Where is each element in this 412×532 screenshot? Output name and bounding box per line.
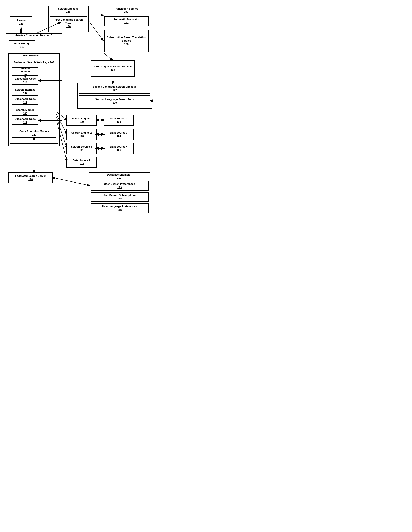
database-engines-label: Database Engine(s) 112 <box>90 173 149 179</box>
fed-search-web-label: Federated Search Web Page 103 <box>11 61 57 64</box>
search-service-3-box: Search Service 3 111 <box>66 143 97 154</box>
search-engine-1-box: Search Engine 1 109 <box>66 115 97 126</box>
code-exec-module-box: Code Execution Module 120 <box>12 129 56 138</box>
network-device-label: Network Connected Device 101 <box>7 34 61 37</box>
user-search-prefs-box: User Search Preferences 113 <box>91 181 148 190</box>
data-source-4-box: Data Source 4 125 <box>104 143 134 154</box>
svg-line-21 <box>53 178 89 185</box>
second-lang-directive-box: Second Language Search Directive 127 <box>79 84 150 94</box>
svg-line-6 <box>88 20 103 40</box>
person-num: 121 <box>19 22 23 26</box>
user-search-subs-box: User Search Subscriptions 114 <box>91 192 148 202</box>
web-browser-label: Web Browser 102 <box>10 54 58 57</box>
exec-code-106-box: Executable Code 119 <box>12 117 38 125</box>
translation-module-box: Translation Module 105 <box>12 67 38 76</box>
automatic-translator-box: Automatic Translator 131 <box>104 16 148 26</box>
user-lang-prefs-box: User Language Preferences 115 <box>91 203 148 213</box>
subscription-translation-box: Subscription Based Translation Service 1… <box>104 30 148 52</box>
search-module-box: Search Module 106 <box>12 108 38 116</box>
exec-code-104-box: Executable Code 119 <box>12 97 38 105</box>
search-interface-box: Search Interface 104 <box>12 88 38 96</box>
translation-service-label: Translation Service 107 <box>104 7 149 13</box>
search-engine-2-box: Search Engine 2 110 <box>66 129 97 140</box>
data-source-1-box: Data Source 1 122 <box>66 157 97 168</box>
diagram: Person 121 Network Connected Device 101 … <box>4 4 153 209</box>
search-directive-label: Search Directive 126 <box>49 7 87 13</box>
data-storage-box: Data Storage 118 <box>9 40 35 50</box>
exec-code-105-box: Executable Code 119 <box>12 76 38 85</box>
data-source-2-box: Data Source 2 123 <box>104 115 134 126</box>
data-source-3-box: Data Source 3 124 <box>104 129 134 140</box>
fed-search-server-box: Federated Search Server 118 <box>9 172 53 183</box>
third-lang-directive-box: Third Language Search Directive 128 <box>91 60 135 76</box>
second-lang-term-box: Second Language Search Term 129 <box>79 95 150 107</box>
svg-line-7 <box>104 53 113 60</box>
person-label: Person <box>17 19 26 22</box>
person-box: Person 121 <box>10 16 32 28</box>
first-lang-term-box: First Language Search Term 130 <box>50 16 87 30</box>
